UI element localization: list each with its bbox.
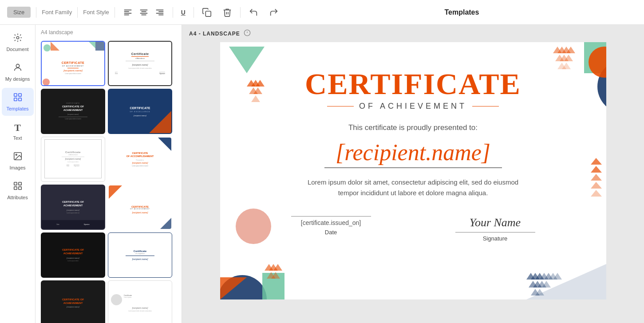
template-thumb-2[interactable]: Certificate of Attendance [recipient.nam… [108, 41, 172, 86]
redo-button[interactable] [266, 6, 281, 19]
svg-marker-33 [160, 218, 171, 229]
sidebar-item-images-label: Images [9, 165, 25, 170]
template-thumb-8[interactable]: CERTIFICATE OF ACHIEVEMENT [recipient.na… [108, 185, 172, 230]
svg-point-13 [16, 36, 19, 39]
sidebar-item-templates[interactable]: Templates [2, 88, 34, 116]
toolbar-divider-1 [36, 7, 36, 18]
template-thumb-4[interactable]: CERTIFICATE OF EXCELLENCE [recipient.nam… [108, 89, 172, 134]
template-thumb-3[interactable]: CERTIFICATE CERTIFICATE OFACHIEVEMENT [r… [41, 89, 105, 134]
template-thumb-10[interactable]: Certificate of completion [recipient.nam… [108, 232, 172, 278]
alignment-group [120, 6, 167, 19]
certificate-issued-on[interactable]: [certificate.issued_on] [301, 219, 361, 226]
toolbar-title: Templates [405, 8, 518, 16]
svg-rect-18 [18, 98, 21, 101]
templates-grid: CERTIFICATE OF ACHIEVEMENT [recipient.na… [36, 38, 182, 323]
svg-rect-15 [14, 94, 16, 96]
canvas-scroll: CERTIFICATE OF ACHIEVEMENT This certific… [182, 42, 644, 323]
size-label: Size [13, 9, 24, 16]
canvas-header: A4 - LANDSCAPE [182, 25, 644, 42]
images-icon [13, 151, 23, 163]
templates-icon [13, 92, 23, 104]
cert-date-underline [291, 216, 371, 217]
canvas-format-label: A4 - LANDSCAPE [189, 31, 240, 37]
template-thumb-9[interactable]: CERTIFICATE OFACHIEVEMENT [recipient.nam… [41, 232, 105, 278]
certificate-recipient[interactable]: [recipient.name] [336, 139, 490, 165]
certificate-content: CERTIFICATE OF ACHIEVEMENT This certific… [220, 42, 606, 260]
certificate-signature-text[interactable]: Your Name [470, 216, 521, 229]
certificate-date-item: [certificate.issued_on] Date [291, 216, 371, 242]
template-thumb-5[interactable]: Certificate of Achievement [recipient.na… [41, 137, 105, 182]
cert-signature-underline [455, 232, 535, 232]
toolbar-divider-4 [173, 7, 173, 18]
main-layout: Document My designs Templates T Text [0, 25, 644, 323]
template-thumb-11[interactable]: CERTIFICATE OFACHIEVEMENT [recipient.nam… [41, 280, 105, 323]
toolbar-divider-3 [115, 7, 115, 18]
certificate-recipient-line [324, 167, 502, 168]
template-thumb-12[interactable]: Certificate Lorem ipsum [recipient.name]… [108, 280, 172, 323]
svg-rect-27 [95, 42, 104, 51]
svg-rect-16 [18, 94, 21, 96]
undo-button[interactable] [246, 6, 261, 19]
document-icon [13, 33, 23, 45]
sidebar-item-document-label: Document [6, 47, 28, 52]
template-thumb-1[interactable]: CERTIFICATE OF ACHIEVEMENT [recipient.na… [41, 41, 105, 86]
templates-panel: A4 landscape CERTIFICATE OF ACHIEVEMENT … [36, 25, 182, 323]
align-left-button[interactable] [120, 6, 135, 19]
canvas-area: A4 - LANDSCAPE [182, 25, 644, 323]
sidebar-item-mydesigns-label: My designs [5, 76, 30, 82]
certificate-footer: [certificate.issued_on] Date Your Name S… [273, 216, 553, 242]
certificate-canvas[interactable]: CERTIFICATE OF ACHIEVEMENT This certific… [220, 42, 606, 299]
svg-marker-28 [89, 42, 95, 48]
certificate-subtitle: OF ACHIEVEMENT [327, 102, 499, 111]
svg-rect-21 [14, 182, 16, 185]
copy-button[interactable] [199, 6, 214, 19]
certificate-body: Lorem ipsum dolor sit amet, consectetur … [302, 177, 524, 198]
template-thumb-7[interactable]: CERTIFICATE OFACHIEVEMENT [recipient.nam… [41, 185, 105, 230]
sidebar: Document My designs Templates T Text [0, 25, 36, 323]
certificate-presented-text: This certificate is proudly presented to… [348, 123, 478, 132]
toolbar: Size Font Family Font Style U [0, 0, 644, 25]
align-right-button[interactable] [152, 6, 167, 19]
svg-point-20 [16, 154, 17, 155]
sidebar-item-mydesigns[interactable]: My designs [2, 58, 34, 86]
sidebar-item-text[interactable]: T Text [2, 118, 34, 145]
templates-panel-header: A4 landscape [36, 25, 182, 38]
svg-point-29 [43, 79, 50, 85]
certificate-title[interactable]: CERTIFICATE [305, 69, 521, 99]
cert-line-left [327, 106, 354, 106]
sidebar-item-document[interactable]: Document [2, 28, 34, 56]
sidebar-item-attributes-label: Attributes [7, 195, 28, 200]
toolbar-divider-6 [240, 7, 241, 18]
svg-point-14 [16, 64, 19, 67]
font-family-label[interactable]: Font Family [42, 9, 72, 16]
size-button[interactable]: Size [7, 7, 31, 18]
delete-button[interactable] [220, 6, 235, 19]
certificate-signature-label: Signature [483, 235, 508, 242]
svg-marker-31 [158, 138, 171, 151]
cert-line-right [472, 106, 499, 106]
align-center-button[interactable] [136, 6, 151, 19]
font-style-label[interactable]: Font Style [83, 9, 109, 16]
sidebar-item-text-label: Text [13, 135, 22, 141]
svg-rect-22 [18, 182, 21, 185]
text-icon: T [14, 122, 21, 134]
mydesigns-icon [13, 63, 23, 75]
svg-rect-24 [18, 187, 21, 189]
toolbar-divider-2 [77, 7, 78, 18]
svg-point-25 [43, 44, 51, 51]
sidebar-item-templates-label: Templates [6, 106, 28, 111]
attributes-icon [13, 181, 23, 193]
svg-marker-32 [109, 185, 122, 199]
certificate-date-label: Date [325, 229, 337, 236]
certificate-signature-item: Your Name Signature [455, 216, 535, 242]
svg-rect-23 [14, 187, 16, 189]
toolbar-divider-5 [194, 7, 194, 18]
template-thumb-6[interactable]: CERTIFICATEOF ACCOMPLISHMENT Presented t… [108, 137, 172, 182]
underline-button[interactable]: U [178, 7, 188, 18]
geo-decoration-bottom-right [526, 264, 606, 299]
svg-rect-17 [14, 98, 16, 101]
svg-rect-12 [205, 11, 211, 16]
sidebar-item-attributes[interactable]: Attributes [2, 177, 34, 205]
canvas-info-icon[interactable] [244, 29, 251, 38]
sidebar-item-images[interactable]: Images [2, 147, 34, 175]
